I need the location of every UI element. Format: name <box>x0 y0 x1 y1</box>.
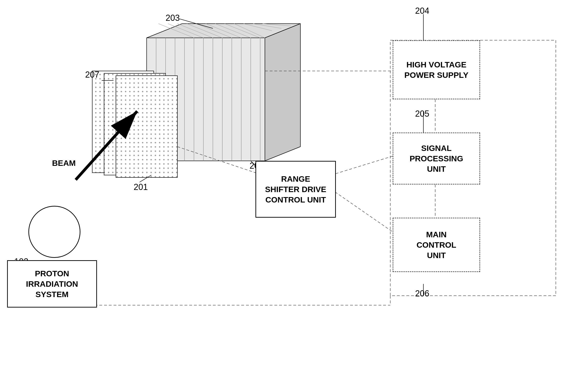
proton-irradiation-box: PROTONIRRADIATIONSYSTEM <box>7 260 97 308</box>
ref-204: 204 <box>415 6 429 16</box>
ref-203: 203 <box>166 13 180 23</box>
ref-205: 205 <box>415 109 429 119</box>
ref-206: 206 <box>415 289 429 298</box>
high-voltage-box: HIGH VOLTAGEPOWER SUPPLY <box>393 40 480 99</box>
svg-line-40 <box>331 156 393 175</box>
diagram-container: 203 207 201 202 204 205 206 102 BEAM PRO… <box>0 0 588 383</box>
range-shifter-drive-box: RANGESHIFTER DRIVECONTROL UNIT <box>255 161 336 218</box>
ref-201: 201 <box>134 182 148 192</box>
beam-label: BEAM <box>52 158 76 168</box>
proton-circle <box>28 206 81 258</box>
svg-marker-2 <box>265 24 300 161</box>
dotted-plates <box>92 71 177 177</box>
signal-processing-box: SIGNALPROCESSINGUNIT <box>393 132 480 185</box>
main-control-box: MAINCONTROLUNIT <box>393 218 480 272</box>
ref-207: 207 <box>85 70 99 80</box>
svg-line-41 <box>331 189 393 232</box>
